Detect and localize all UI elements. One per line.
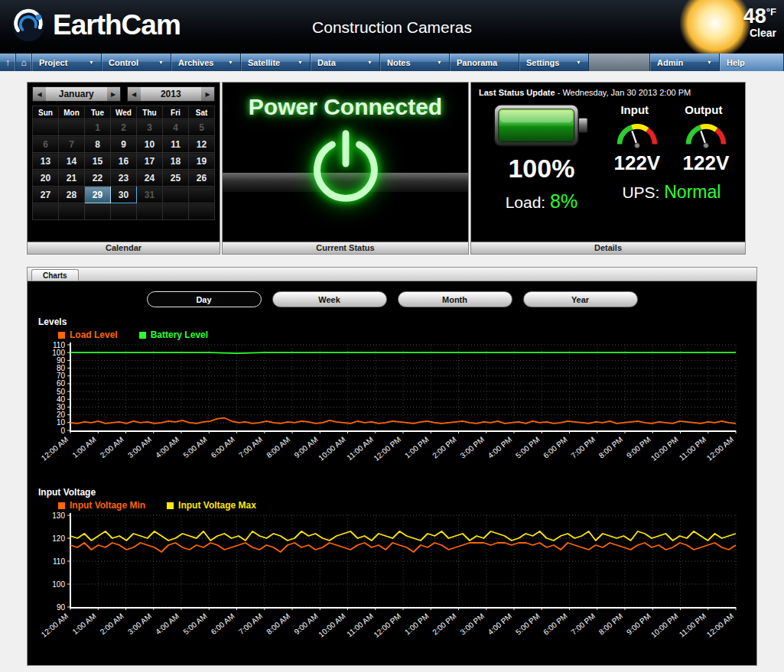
last-status-update-label: Last Status Update: [479, 88, 555, 97]
svg-text:3:00 PM: 3:00 PM: [458, 435, 486, 459]
svg-text:8:00 AM: 8:00 AM: [265, 435, 291, 459]
charts-tab[interactable]: Charts: [31, 269, 79, 281]
svg-text:12:00 PM: 12:00 PM: [372, 435, 402, 463]
calendar-day-26[interactable]: 26: [189, 170, 215, 187]
calendar-grid: SunMonTueWedThuFriSat 123456789101112131…: [32, 106, 215, 220]
svg-text:1:00 AM: 1:00 AM: [70, 435, 97, 459]
calendar-day-11[interactable]: 11: [163, 136, 189, 153]
nav-item-control[interactable]: Control▼: [102, 54, 171, 71]
svg-text:10: 10: [57, 418, 66, 427]
svg-text:9:00 AM: 9:00 AM: [292, 612, 319, 636]
calendar-day-4[interactable]: 4: [163, 119, 189, 136]
svg-text:2:00 AM: 2:00 AM: [99, 435, 125, 459]
home-icon[interactable]: ⌂: [16, 54, 32, 71]
svg-text:10:00 AM: 10:00 AM: [317, 612, 346, 639]
calendar-day-empty: [163, 203, 189, 220]
year-label: 2013: [141, 87, 202, 101]
nav-item-help[interactable]: Help: [720, 54, 784, 71]
svg-text:11:00 AM: 11:00 AM: [345, 612, 375, 638]
page-title: Construction Cameras: [0, 18, 784, 37]
calendar-day-25[interactable]: 25: [163, 170, 189, 187]
voltage-min-swatch: [58, 502, 65, 509]
calendar-day-24[interactable]: 24: [137, 170, 163, 187]
svg-text:6:00 PM: 6:00 PM: [542, 435, 569, 459]
svg-text:5:00 AM: 5:00 AM: [181, 435, 208, 459]
prev-year-icon[interactable]: ◀: [128, 87, 141, 101]
input-label: Input: [620, 103, 649, 116]
battery-level-swatch: [139, 332, 146, 339]
calendar-day-9[interactable]: 9: [111, 136, 137, 153]
calendar-day-15[interactable]: 15: [85, 153, 111, 170]
calendar-day-3[interactable]: 3: [137, 119, 163, 136]
calendar-day-5[interactable]: 5: [189, 119, 215, 136]
calendar-weekday-sun: Sun: [33, 106, 59, 119]
output-label: Output: [685, 103, 722, 116]
calendar-day-22[interactable]: 22: [85, 170, 111, 187]
calendar-weekday-mon: Mon: [59, 106, 85, 119]
calendar-day-2[interactable]: 2: [111, 119, 137, 136]
chevron-down-icon: ▼: [576, 60, 581, 65]
chevron-down-icon: ▼: [158, 60, 164, 65]
levels-chart-legend: Load Level Battery Level: [58, 330, 756, 340]
calendar-day-27[interactable]: 27: [33, 187, 59, 203]
calendar-day-8[interactable]: 8: [85, 136, 111, 153]
prev-month-icon[interactable]: ◀: [33, 87, 46, 101]
svg-text:2:00 PM: 2:00 PM: [431, 612, 458, 636]
calendar-day-1[interactable]: 1: [85, 119, 111, 136]
nav-item-admin[interactable]: Admin▼: [650, 54, 720, 71]
nav-item-archives[interactable]: Archives▼: [171, 54, 241, 71]
calendar-day-7[interactable]: 7: [59, 136, 85, 153]
next-month-icon[interactable]: ▶: [107, 87, 120, 101]
calendar-day-empty: [33, 119, 59, 136]
range-button-week[interactable]: Week: [272, 291, 387, 307]
svg-text:1:00 PM: 1:00 PM: [403, 612, 431, 636]
power-status-text: Power Connected: [223, 94, 468, 120]
svg-text:12:00 AM: 12:00 AM: [705, 435, 735, 463]
range-button-year[interactable]: Year: [523, 291, 638, 307]
battery-level-legend-label: Battery Level: [151, 330, 208, 340]
calendar-day-14[interactable]: 14: [59, 153, 85, 170]
nav-item-satellite[interactable]: Satellite▼: [241, 54, 311, 71]
calendar-day-20[interactable]: 20: [33, 170, 59, 187]
calendar-day-30[interactable]: 30: [111, 187, 137, 203]
calendar-day-29[interactable]: 29: [85, 187, 111, 203]
calendar-day-13[interactable]: 13: [33, 153, 59, 170]
nav-item-data[interactable]: Data▼: [311, 54, 380, 71]
last-status-update: Last Status Update - Wednesday, Jan 30 2…: [471, 83, 745, 99]
range-button-day[interactable]: Day: [147, 291, 262, 307]
app-header: EarthCam Construction Cameras 48°F Clear: [0, 0, 784, 54]
calendar-day-10[interactable]: 10: [137, 136, 163, 153]
calendar-day-16[interactable]: 16: [111, 153, 137, 170]
svg-text:0: 0: [60, 427, 65, 435]
svg-text:6:00 AM: 6:00 AM: [210, 435, 236, 459]
svg-text:90: 90: [57, 356, 66, 365]
calendar-day-6[interactable]: 6: [33, 136, 59, 153]
collapse-arrow-icon[interactable]: ↑: [0, 54, 16, 71]
calendar-day-empty: [111, 203, 137, 220]
svg-text:11:00 AM: 11:00 AM: [345, 435, 375, 462]
svg-text:50: 50: [57, 388, 66, 396]
calendar-day-12[interactable]: 12: [189, 136, 215, 153]
calendar-day-31[interactable]: 31: [137, 187, 163, 203]
calendar-day-18[interactable]: 18: [163, 153, 189, 170]
nav-item-project[interactable]: Project▼: [32, 54, 102, 71]
weather-unit: °F: [766, 6, 776, 18]
nav-item-panorama[interactable]: Panorama: [450, 54, 519, 71]
input-gauge-icon: [613, 118, 662, 151]
calendar-day-17[interactable]: 17: [137, 153, 163, 170]
nav-item-notes[interactable]: Notes▼: [380, 54, 450, 71]
calendar-day-empty: [59, 203, 85, 220]
svg-text:8:00 PM: 8:00 PM: [597, 435, 625, 459]
calendar-day-empty: [33, 203, 59, 220]
calendar-day-21[interactable]: 21: [59, 170, 85, 187]
power-icon: [301, 122, 391, 212]
next-year-icon[interactable]: ▶: [201, 87, 214, 101]
calendar-day-19[interactable]: 19: [189, 153, 215, 170]
range-button-month[interactable]: Month: [398, 291, 512, 307]
top-panels-row: ◀ January ▶ ◀ 2013 ▶ SunMonTueWedThuFriS…: [27, 82, 746, 255]
calendar-day-28[interactable]: 28: [59, 187, 85, 203]
voltage-min-legend-label: Input Voltage Min: [70, 500, 145, 511]
nav-item-settings[interactable]: Settings▼: [519, 54, 589, 71]
voltage-max-legend-label: Input Voltage Max: [178, 500, 256, 511]
calendar-day-23[interactable]: 23: [111, 170, 137, 187]
